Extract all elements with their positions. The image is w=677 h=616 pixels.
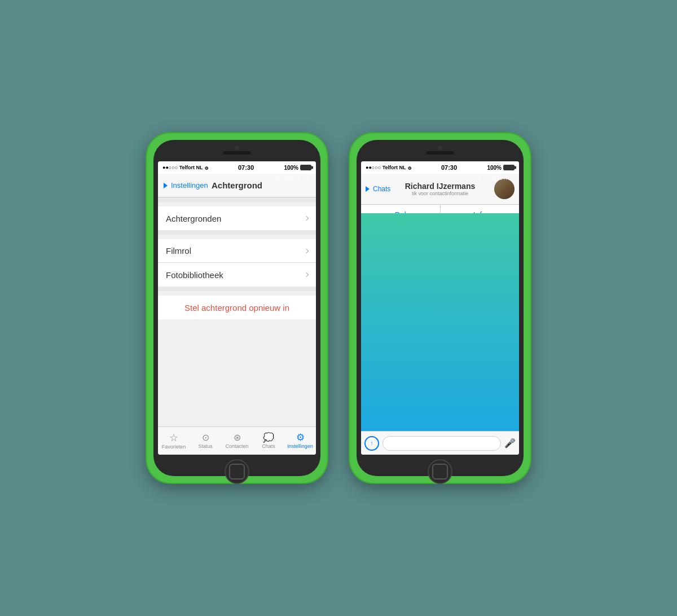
chat-nav-center[interactable]: Richard IJzermans tik voor contactinform… bbox=[405, 182, 476, 196]
status-left-2: ●●○○○ Telfort NL ⌾ bbox=[366, 165, 411, 171]
separator-1b bbox=[158, 230, 316, 235]
tab-label-favorieten: Favorieten bbox=[162, 444, 186, 450]
separator-1c bbox=[158, 287, 316, 291]
back-button-1[interactable]: Instellingen bbox=[164, 181, 208, 190]
status-right-1: 100% bbox=[284, 165, 311, 171]
tab-icon-status: ⊙ bbox=[202, 433, 209, 442]
screen-1: ●●○○○ Telfort NL ⌾ 07:30 100% bbox=[158, 161, 316, 455]
speaker-2 bbox=[426, 151, 454, 155]
tab-favorieten[interactable]: ☆ Favorieten bbox=[158, 427, 190, 455]
list-section-reset: Stel achtergrond opnieuw in bbox=[158, 296, 316, 319]
wifi-icon-1: ⌾ bbox=[205, 165, 208, 171]
reset-item[interactable]: Stel achtergrond opnieuw in bbox=[158, 296, 316, 319]
home-button-inner-2 bbox=[432, 464, 448, 479]
camera-2 bbox=[438, 146, 442, 150]
chat-background bbox=[361, 213, 519, 431]
phone-1: appletips.nl ●●○○○ Telfort NL ⌾ 07:30 10… bbox=[147, 133, 327, 483]
list-section-1: Achtergronden bbox=[158, 206, 316, 230]
battery-pct-2: 100% bbox=[487, 165, 502, 171]
send-button[interactable]: ↑ bbox=[364, 436, 379, 451]
item-label-filmrol: Filmrol bbox=[166, 246, 191, 256]
speaker-1 bbox=[223, 151, 251, 155]
tab-icon-chats: 💭 bbox=[263, 433, 274, 442]
time-2: 07:30 bbox=[441, 164, 457, 171]
watermark-2: appletips.nl bbox=[469, 173, 512, 182]
home-button-1[interactable] bbox=[225, 459, 249, 484]
chat-back-label: Chats bbox=[373, 185, 390, 193]
camera-1 bbox=[235, 146, 239, 150]
watermark-1: appletips.nl bbox=[266, 173, 309, 182]
list-item-foto[interactable]: Fotobibliotheek bbox=[158, 263, 316, 287]
nav-title-1: Achtergrond bbox=[212, 181, 262, 190]
status-left-1: ●●○○○ Telfort NL ⌾ bbox=[162, 165, 208, 171]
tab-chats[interactable]: 💭 Chats bbox=[253, 427, 284, 455]
time-1: 07:30 bbox=[238, 164, 254, 171]
status-bar-2: ●●○○○ Telfort NL ⌾ 07:30 100% bbox=[361, 161, 519, 174]
tab-instellingen[interactable]: ⚙ Instellingen bbox=[284, 427, 316, 455]
back-label-1: Instellingen bbox=[171, 181, 208, 190]
screen-2: ●●○○○ Telfort NL ⌾ 07:30 100% bbox=[361, 161, 519, 455]
list-item-filmrol[interactable]: Filmrol bbox=[158, 239, 316, 263]
home-button-2[interactable] bbox=[428, 459, 452, 484]
chat-back-button[interactable]: Chats bbox=[366, 185, 390, 193]
mic-icon[interactable]: 🎤 bbox=[504, 438, 516, 448]
wifi-icon-2: ⌾ bbox=[408, 165, 411, 171]
contact-avatar[interactable] bbox=[494, 179, 515, 199]
tab-icon-instellingen: ⚙ bbox=[296, 433, 305, 442]
tab-label-contacten: Contacten bbox=[225, 443, 248, 449]
status-bar-1: ●●○○○ Telfort NL ⌾ 07:30 100% bbox=[158, 161, 316, 174]
tab-bar-1: ☆ Favorieten ⊙ Status ⊛ Contacten 💭 Chat… bbox=[158, 426, 316, 455]
chat-back-chevron bbox=[366, 186, 370, 192]
status-right-2: 100% bbox=[487, 165, 515, 171]
battery-fill-2 bbox=[504, 165, 514, 170]
phone-2: appletips.nl ●●○○○ Telfort NL ⌾ 07:30 10… bbox=[350, 133, 530, 483]
reset-label: Stel achtergrond opnieuw in bbox=[184, 303, 289, 313]
battery-icon-1 bbox=[300, 165, 311, 170]
battery-icon-2 bbox=[503, 165, 515, 170]
avatar-image bbox=[494, 179, 515, 199]
message-input[interactable] bbox=[383, 436, 501, 451]
tab-icon-favorieten: ☆ bbox=[169, 433, 178, 443]
home-button-inner-1 bbox=[229, 464, 245, 479]
item-label-achtergronden: Achtergronden bbox=[166, 214, 221, 223]
tab-contacten[interactable]: ⊛ Contacten bbox=[221, 427, 253, 455]
list-section-2: Filmrol Fotobibliotheek bbox=[158, 239, 316, 287]
send-icon: ↑ bbox=[371, 440, 373, 446]
tab-label-status: Status bbox=[198, 443, 213, 449]
battery-pct-1: 100% bbox=[284, 165, 298, 171]
separator-1a bbox=[158, 197, 316, 202]
tab-icon-contacten: ⊛ bbox=[234, 433, 241, 442]
chat-input-bar: ↑ 🎤 bbox=[361, 431, 519, 455]
carrier-2: ●●○○○ Telfort NL bbox=[366, 165, 406, 170]
arrow-foto bbox=[304, 272, 309, 277]
arrow-achtergronden bbox=[304, 216, 309, 221]
item-label-foto: Fotobibliotheek bbox=[166, 270, 223, 280]
list-item-achtergronden[interactable]: Achtergronden bbox=[158, 206, 316, 230]
arrow-filmrol bbox=[304, 248, 309, 253]
battery-fill-1 bbox=[301, 165, 311, 170]
tab-label-chats: Chats bbox=[262, 443, 275, 449]
back-chevron-1 bbox=[164, 183, 168, 188]
carrier-1: ●●○○○ Telfort NL bbox=[162, 165, 203, 170]
tab-status[interactable]: ⊙ Status bbox=[190, 427, 221, 455]
tab-label-instellingen: Instellingen bbox=[287, 443, 313, 449]
contact-name: Richard IJzermans bbox=[405, 182, 476, 191]
contact-sub: tik voor contactinformatie bbox=[405, 191, 476, 196]
